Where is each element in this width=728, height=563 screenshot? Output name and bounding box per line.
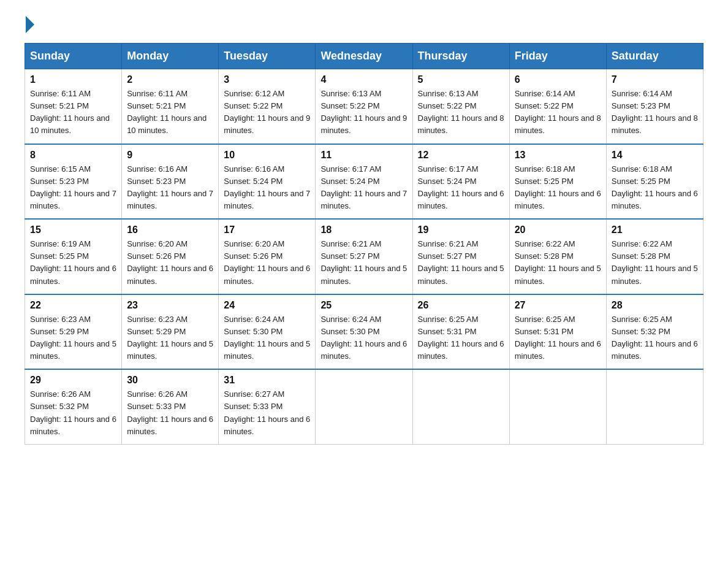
day-info: Sunrise: 6:20 AMSunset: 5:26 PMDaylight:… bbox=[224, 239, 310, 285]
day-info: Sunrise: 6:13 AMSunset: 5:22 PMDaylight:… bbox=[418, 89, 504, 135]
day-number: 29 bbox=[30, 375, 116, 386]
logo bbox=[25, 18, 34, 31]
day-info: Sunrise: 6:14 AMSunset: 5:22 PMDaylight:… bbox=[515, 89, 601, 135]
day-number: 13 bbox=[515, 150, 601, 161]
calendar-cell bbox=[509, 369, 606, 444]
calendar-cell: 31 Sunrise: 6:27 AMSunset: 5:33 PMDaylig… bbox=[219, 369, 316, 444]
day-info: Sunrise: 6:21 AMSunset: 5:27 PMDaylight:… bbox=[418, 239, 504, 285]
calendar-cell: 7 Sunrise: 6:14 AMSunset: 5:23 PMDayligh… bbox=[606, 69, 703, 144]
day-number: 16 bbox=[127, 224, 213, 236]
calendar-week-row: 22 Sunrise: 6:23 AMSunset: 5:29 PMDaylig… bbox=[25, 294, 703, 370]
calendar-cell: 21 Sunrise: 6:22 AMSunset: 5:28 PMDaylig… bbox=[606, 219, 703, 294]
calendar-cell: 10 Sunrise: 6:16 AMSunset: 5:24 PMDaylig… bbox=[219, 144, 316, 220]
calendar-week-row: 29 Sunrise: 6:26 AMSunset: 5:32 PMDaylig… bbox=[25, 369, 703, 444]
day-number: 23 bbox=[127, 300, 213, 311]
day-number: 30 bbox=[127, 375, 213, 386]
day-number: 18 bbox=[320, 224, 407, 236]
day-info: Sunrise: 6:16 AMSunset: 5:23 PMDaylight:… bbox=[127, 164, 213, 210]
day-number: 12 bbox=[418, 150, 504, 161]
day-number: 11 bbox=[320, 150, 407, 161]
day-number: 14 bbox=[612, 150, 698, 161]
calendar-cell: 19 Sunrise: 6:21 AMSunset: 5:27 PMDaylig… bbox=[412, 219, 509, 294]
day-number: 17 bbox=[224, 224, 310, 236]
day-info: Sunrise: 6:25 AMSunset: 5:32 PMDaylight:… bbox=[612, 315, 698, 361]
calendar-cell bbox=[606, 369, 703, 444]
day-info: Sunrise: 6:24 AMSunset: 5:30 PMDaylight:… bbox=[224, 315, 310, 361]
calendar-cell: 25 Sunrise: 6:24 AMSunset: 5:30 PMDaylig… bbox=[316, 294, 412, 370]
day-number: 24 bbox=[224, 300, 310, 311]
day-info: Sunrise: 6:19 AMSunset: 5:25 PMDaylight:… bbox=[30, 239, 116, 285]
day-info: Sunrise: 6:13 AMSunset: 5:22 PMDaylight:… bbox=[320, 89, 407, 135]
calendar-cell: 28 Sunrise: 6:25 AMSunset: 5:32 PMDaylig… bbox=[606, 294, 703, 370]
day-number: 28 bbox=[612, 300, 698, 311]
calendar-cell: 22 Sunrise: 6:23 AMSunset: 5:29 PMDaylig… bbox=[25, 294, 122, 370]
column-header-monday: Monday bbox=[122, 44, 219, 69]
calendar-week-row: 1 Sunrise: 6:11 AMSunset: 5:21 PMDayligh… bbox=[25, 69, 703, 144]
calendar-week-row: 15 Sunrise: 6:19 AMSunset: 5:25 PMDaylig… bbox=[25, 219, 703, 294]
column-header-tuesday: Tuesday bbox=[219, 44, 316, 69]
calendar-cell bbox=[316, 369, 412, 444]
day-number: 7 bbox=[612, 74, 698, 85]
day-info: Sunrise: 6:26 AMSunset: 5:32 PMDaylight:… bbox=[30, 389, 116, 435]
calendar-cell: 29 Sunrise: 6:26 AMSunset: 5:32 PMDaylig… bbox=[25, 369, 122, 444]
calendar-cell: 30 Sunrise: 6:26 AMSunset: 5:33 PMDaylig… bbox=[122, 369, 219, 444]
day-number: 15 bbox=[30, 224, 116, 236]
calendar-cell: 14 Sunrise: 6:18 AMSunset: 5:25 PMDaylig… bbox=[606, 144, 703, 220]
calendar-cell: 9 Sunrise: 6:16 AMSunset: 5:23 PMDayligh… bbox=[122, 144, 219, 220]
calendar-cell: 16 Sunrise: 6:20 AMSunset: 5:26 PMDaylig… bbox=[122, 219, 219, 294]
day-info: Sunrise: 6:21 AMSunset: 5:27 PMDaylight:… bbox=[320, 239, 407, 285]
day-number: 2 bbox=[127, 74, 213, 85]
day-info: Sunrise: 6:16 AMSunset: 5:24 PMDaylight:… bbox=[224, 164, 310, 210]
day-info: Sunrise: 6:18 AMSunset: 5:25 PMDaylight:… bbox=[612, 164, 698, 210]
day-number: 1 bbox=[30, 74, 116, 85]
page-header bbox=[25, 18, 703, 31]
day-info: Sunrise: 6:20 AMSunset: 5:26 PMDaylight:… bbox=[127, 239, 213, 285]
day-number: 3 bbox=[224, 74, 310, 85]
day-info: Sunrise: 6:22 AMSunset: 5:28 PMDaylight:… bbox=[612, 239, 698, 285]
calendar-cell: 18 Sunrise: 6:21 AMSunset: 5:27 PMDaylig… bbox=[316, 219, 412, 294]
day-number: 6 bbox=[515, 74, 601, 85]
calendar-cell: 6 Sunrise: 6:14 AMSunset: 5:22 PMDayligh… bbox=[509, 69, 606, 144]
calendar-cell: 12 Sunrise: 6:17 AMSunset: 5:24 PMDaylig… bbox=[412, 144, 509, 220]
day-info: Sunrise: 6:22 AMSunset: 5:28 PMDaylight:… bbox=[515, 239, 601, 285]
day-number: 20 bbox=[515, 224, 601, 236]
day-info: Sunrise: 6:14 AMSunset: 5:23 PMDaylight:… bbox=[612, 89, 698, 135]
calendar-cell bbox=[412, 369, 509, 444]
calendar-cell: 11 Sunrise: 6:17 AMSunset: 5:24 PMDaylig… bbox=[316, 144, 412, 220]
calendar-cell: 2 Sunrise: 6:11 AMSunset: 5:21 PMDayligh… bbox=[122, 69, 219, 144]
day-number: 22 bbox=[30, 300, 116, 311]
day-info: Sunrise: 6:24 AMSunset: 5:30 PMDaylight:… bbox=[320, 315, 407, 361]
day-info: Sunrise: 6:23 AMSunset: 5:29 PMDaylight:… bbox=[30, 315, 116, 361]
calendar-cell: 20 Sunrise: 6:22 AMSunset: 5:28 PMDaylig… bbox=[509, 219, 606, 294]
column-header-saturday: Saturday bbox=[606, 44, 703, 69]
calendar-cell: 4 Sunrise: 6:13 AMSunset: 5:22 PMDayligh… bbox=[316, 69, 412, 144]
day-info: Sunrise: 6:18 AMSunset: 5:25 PMDaylight:… bbox=[515, 164, 601, 210]
calendar-week-row: 8 Sunrise: 6:15 AMSunset: 5:23 PMDayligh… bbox=[25, 144, 703, 220]
day-number: 25 bbox=[320, 300, 407, 311]
calendar-cell: 23 Sunrise: 6:23 AMSunset: 5:29 PMDaylig… bbox=[122, 294, 219, 370]
calendar-cell: 5 Sunrise: 6:13 AMSunset: 5:22 PMDayligh… bbox=[412, 69, 509, 144]
calendar-table: SundayMondayTuesdayWednesdayThursdayFrid… bbox=[25, 43, 703, 445]
day-info: Sunrise: 6:27 AMSunset: 5:33 PMDaylight:… bbox=[224, 389, 310, 435]
calendar-cell: 24 Sunrise: 6:24 AMSunset: 5:30 PMDaylig… bbox=[219, 294, 316, 370]
column-header-sunday: Sunday bbox=[25, 44, 122, 69]
day-number: 27 bbox=[515, 300, 601, 311]
day-info: Sunrise: 6:11 AMSunset: 5:21 PMDaylight:… bbox=[30, 89, 110, 135]
calendar-cell: 27 Sunrise: 6:25 AMSunset: 5:31 PMDaylig… bbox=[509, 294, 606, 370]
calendar-cell: 13 Sunrise: 6:18 AMSunset: 5:25 PMDaylig… bbox=[509, 144, 606, 220]
day-info: Sunrise: 6:26 AMSunset: 5:33 PMDaylight:… bbox=[127, 389, 213, 435]
day-info: Sunrise: 6:15 AMSunset: 5:23 PMDaylight:… bbox=[30, 164, 116, 210]
column-header-thursday: Thursday bbox=[412, 44, 509, 69]
calendar-cell: 26 Sunrise: 6:25 AMSunset: 5:31 PMDaylig… bbox=[412, 294, 509, 370]
logo-arrow-icon bbox=[26, 16, 34, 33]
day-number: 19 bbox=[418, 224, 504, 236]
day-number: 21 bbox=[612, 224, 698, 236]
day-info: Sunrise: 6:11 AMSunset: 5:21 PMDaylight:… bbox=[127, 89, 207, 135]
column-header-wednesday: Wednesday bbox=[316, 44, 412, 69]
calendar-cell: 1 Sunrise: 6:11 AMSunset: 5:21 PMDayligh… bbox=[25, 69, 122, 144]
day-number: 4 bbox=[320, 74, 407, 85]
calendar-header-row: SundayMondayTuesdayWednesdayThursdayFrid… bbox=[25, 44, 703, 69]
day-number: 10 bbox=[224, 150, 310, 161]
day-number: 31 bbox=[224, 375, 310, 386]
calendar-cell: 8 Sunrise: 6:15 AMSunset: 5:23 PMDayligh… bbox=[25, 144, 122, 220]
